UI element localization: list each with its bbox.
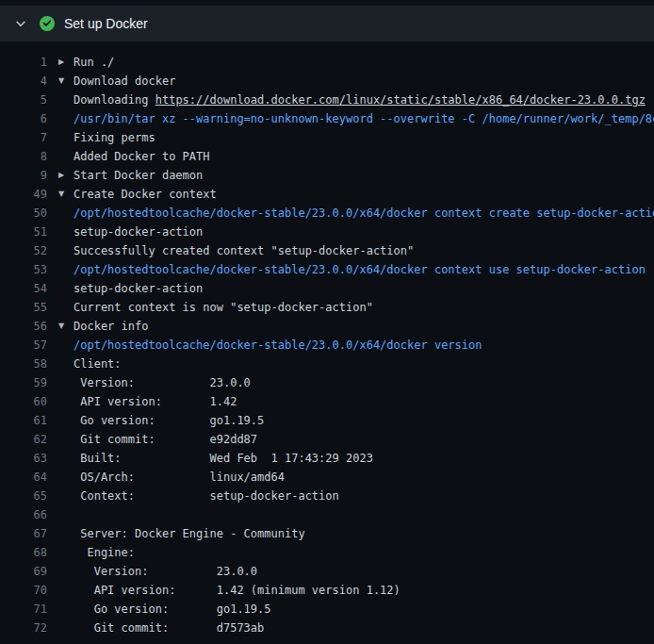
log-row: 1▶Run ./ [0, 53, 654, 72]
log-row: 54setup-docker-action [0, 279, 654, 298]
line-number[interactable]: 67 [0, 524, 47, 543]
line-number[interactable]: 68 [0, 543, 47, 562]
line-number[interactable]: 56 [0, 317, 47, 336]
line-number[interactable]: 7 [0, 128, 47, 147]
line-number[interactable]: 57 [0, 336, 47, 355]
log-text: Run ./ [74, 53, 654, 72]
line-number[interactable]: 53 [0, 260, 47, 279]
line-number[interactable]: 71 [0, 600, 47, 619]
log-text: API version: 1.42 [74, 392, 654, 411]
arrow-spacer [58, 223, 74, 241]
log-row: 72 Git commit: d7573ab [0, 619, 654, 637]
arrow-spacer [58, 392, 74, 411]
arrow-spacer [58, 298, 74, 317]
line-number[interactable]: 66 [0, 505, 47, 524]
log-text: Server: Docker Engine - Community [74, 524, 654, 543]
line-number[interactable]: 60 [0, 392, 47, 411]
group-expand-icon[interactable]: ▶ [58, 53, 74, 72]
arrow-spacer [58, 449, 74, 468]
log-text: Create Docker context [74, 185, 654, 204]
log-text: Current context is now "setup-docker-act… [74, 298, 654, 317]
arrow-spacer [58, 487, 74, 505]
log-row: 58Client: [0, 355, 654, 373]
log-row: 67 Server: Docker Engine - Community [0, 524, 654, 543]
log-row: 59 Version: 23.0.0 [0, 373, 654, 392]
line-number[interactable]: 9 [0, 166, 47, 185]
log-text: Added Docker to PATH [74, 147, 654, 166]
log-text: Context: setup-docker-action [74, 487, 654, 505]
log-text: Engine: [74, 543, 654, 562]
arrow-spacer [58, 147, 74, 166]
group-collapse-icon[interactable]: ▼ [58, 72, 74, 91]
step-title: Set up Docker [64, 16, 148, 31]
line-number[interactable]: 72 [0, 619, 47, 637]
arrow-spacer [58, 91, 74, 109]
line-number[interactable]: 49 [0, 185, 47, 204]
group-collapse-icon[interactable]: ▼ [58, 317, 74, 336]
log-text: Version: 23.0.0 [74, 373, 654, 392]
line-number[interactable]: 59 [0, 373, 47, 392]
log-row: 60 API version: 1.42 [0, 392, 654, 411]
arrow-spacer [58, 505, 74, 524]
line-number[interactable]: 4 [0, 72, 47, 91]
arrow-spacer [58, 600, 74, 619]
arrow-spacer [58, 430, 74, 449]
line-number[interactable]: 52 [0, 241, 47, 260]
arrow-spacer [58, 355, 74, 373]
line-number[interactable]: 63 [0, 449, 47, 468]
log-text: API version: 1.42 (minimum version 1.12) [74, 581, 654, 600]
line-number[interactable]: 64 [0, 468, 47, 487]
arrow-spacer [58, 524, 74, 543]
log-text: Docker info [74, 317, 654, 336]
line-number[interactable]: 65 [0, 487, 47, 505]
line-number[interactable]: 50 [0, 204, 47, 223]
log-text: Start Docker daemon [74, 166, 654, 185]
log-row: 7Fixing perms [0, 128, 654, 147]
log-text: /usr/bin/tar xz --warning=no-unknown-key… [74, 109, 654, 128]
step-header[interactable]: Set up Docker [0, 6, 654, 41]
log-text: /opt/hostedtoolcache/docker-stable/23.0.… [74, 336, 654, 355]
arrow-spacer [58, 543, 74, 562]
log-row: 4▼Download docker [0, 72, 654, 91]
log-text: Version: 23.0.0 [74, 562, 654, 581]
group-collapse-icon[interactable]: ▼ [58, 185, 74, 204]
line-number[interactable]: 55 [0, 298, 47, 317]
log-text: setup-docker-action [74, 223, 654, 241]
line-number[interactable]: 58 [0, 355, 47, 373]
line-number[interactable]: 8 [0, 147, 47, 166]
arrow-spacer [58, 373, 74, 392]
line-number[interactable]: 54 [0, 279, 47, 298]
line-number[interactable]: 6 [0, 109, 47, 128]
group-expand-icon[interactable]: ▶ [58, 166, 74, 185]
log-row: 49▼Create Docker context [0, 185, 654, 204]
arrow-spacer [58, 260, 74, 279]
arrow-spacer [58, 204, 74, 223]
log-text [74, 505, 654, 524]
line-number[interactable]: 70 [0, 581, 47, 600]
line-number[interactable]: 61 [0, 411, 47, 430]
arrow-spacer [58, 619, 74, 637]
log-row: 68 Engine: [0, 543, 654, 562]
log-text: Download docker [74, 72, 654, 91]
chevron-down-icon[interactable] [13, 16, 28, 31]
line-number[interactable]: 51 [0, 223, 47, 241]
log-link[interactable]: https://download.docker.com/linux/static… [155, 93, 646, 107]
log-row: 52Successfully created context "setup-do… [0, 241, 654, 260]
log-text: Fixing perms [74, 128, 654, 147]
log-text: Go version: go1.19.5 [74, 600, 654, 619]
line-number[interactable]: 5 [0, 91, 47, 109]
log-row: 50/opt/hostedtoolcache/docker-stable/23.… [0, 204, 654, 223]
arrow-spacer [58, 581, 74, 600]
line-number[interactable]: 1 [0, 53, 47, 72]
log-row: 65 Context: setup-docker-action [0, 487, 654, 505]
log-row: 71 Go version: go1.19.5 [0, 600, 654, 619]
log-row: 51setup-docker-action [0, 223, 654, 241]
line-number[interactable]: 69 [0, 562, 47, 581]
log-text: setup-docker-action [74, 279, 654, 298]
log-row: 64 OS/Arch: linux/amd64 [0, 468, 654, 487]
log-text: Downloading https://download.docker.com/… [74, 91, 654, 109]
log-row: 63 Built: Wed Feb 1 17:43:29 2023 [0, 449, 654, 468]
line-number[interactable]: 62 [0, 430, 47, 449]
log-row: 53/opt/hostedtoolcache/docker-stable/23.… [0, 260, 654, 279]
arrow-spacer [58, 279, 74, 298]
